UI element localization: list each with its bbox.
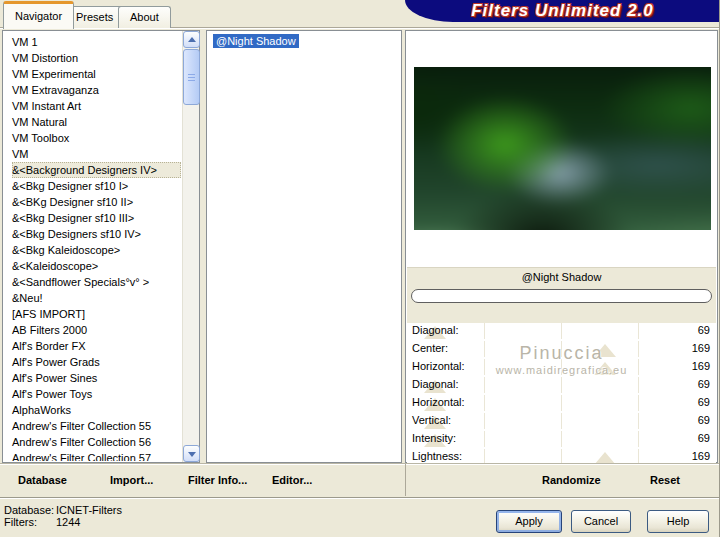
- parameter-value: 69: [698, 378, 710, 390]
- parameter-label: Horizontal:: [412, 396, 465, 408]
- slider-thumb[interactable]: [594, 362, 616, 375]
- parameter-row[interactable]: Diagonal:69: [407, 377, 716, 393]
- parameter-label: Diagonal:: [412, 378, 458, 390]
- category-item[interactable]: AlphaWorks: [12, 402, 181, 418]
- import-button[interactable]: Import...: [110, 474, 153, 486]
- category-item[interactable]: &<Bkg Designer sf10 I>: [12, 178, 181, 194]
- parameter-label: Intensity:: [412, 432, 456, 444]
- category-item[interactable]: VM Extravaganza: [12, 82, 181, 98]
- category-item[interactable]: Alf's Border FX: [12, 338, 181, 354]
- command-bar-divider: [405, 464, 406, 496]
- scrollbar-thumb[interactable]: [183, 49, 200, 105]
- status-database: Database:ICNET-Filters: [4, 504, 122, 516]
- slider-thumb[interactable]: [594, 344, 616, 357]
- category-item[interactable]: VM: [12, 146, 181, 162]
- status-filters-value: 1244: [56, 516, 80, 528]
- selected-filter-name: @Night Shadow: [407, 271, 716, 283]
- reset-button[interactable]: Reset: [650, 474, 680, 486]
- parameter-value: 169: [692, 450, 710, 462]
- parameter-row[interactable]: Intensity:69: [407, 431, 716, 447]
- category-item[interactable]: VM Toolbox: [12, 130, 181, 146]
- parameter-value: 69: [698, 324, 710, 336]
- scroll-up-button[interactable]: [183, 31, 200, 48]
- preview-progress-bar: [411, 289, 712, 303]
- category-scrollbar[interactable]: [182, 31, 199, 462]
- status-filters-label: Filters:: [4, 516, 56, 528]
- category-item[interactable]: VM Distortion: [12, 50, 181, 66]
- filter-list[interactable]: @Night Shadow: [206, 30, 402, 463]
- category-item[interactable]: Alf's Power Toys: [12, 386, 181, 402]
- help-button[interactable]: Help: [647, 510, 709, 533]
- apply-button[interactable]: Apply: [496, 510, 562, 533]
- category-item[interactable]: VM 1: [12, 34, 181, 50]
- parameter-label: Horizontal:: [412, 360, 465, 372]
- category-item[interactable]: &<Bkg Designers sf10 IV>: [12, 226, 181, 242]
- editor-button[interactable]: Editor...: [272, 474, 312, 486]
- parameter-row[interactable]: Horizontal:69: [407, 395, 716, 411]
- category-item[interactable]: Alf's Power Sines: [12, 370, 181, 386]
- parameter-row[interactable]: Horizontal:169: [407, 359, 716, 375]
- parameter-value: 169: [692, 360, 710, 372]
- category-item[interactable]: VM Natural: [12, 114, 181, 130]
- category-item[interactable]: &<Background Designers IV>: [12, 162, 181, 178]
- filter-info-button[interactable]: Filter Info...: [188, 474, 247, 486]
- randomize-button[interactable]: Randomize: [542, 474, 601, 486]
- arrow-up-icon: [188, 37, 196, 42]
- filters-unlimited-window: Navigator Presets About Filters Unlimite…: [0, 0, 720, 537]
- category-item[interactable]: &<BKg Designer sf10 II>: [12, 194, 181, 210]
- parameter-row[interactable]: Vertical:69: [407, 413, 716, 429]
- category-item[interactable]: VM Instant Art: [12, 98, 181, 114]
- status-database-label: Database:: [4, 504, 56, 516]
- parameter-label: Vertical:: [412, 414, 451, 426]
- cancel-button[interactable]: Cancel: [571, 510, 631, 533]
- parameter-row[interactable]: Center:169: [407, 341, 716, 357]
- category-item[interactable]: &<Kaleidoscope>: [12, 258, 181, 274]
- category-item[interactable]: [AFS IMPORT]: [12, 306, 181, 322]
- scroll-down-button[interactable]: [183, 445, 200, 462]
- command-bar: Database Import... Filter Info... Editor…: [0, 463, 720, 497]
- category-item[interactable]: Andrew's Filter Collection 57: [12, 450, 181, 461]
- parameter-row[interactable]: Diagonal:69: [407, 323, 716, 339]
- category-item[interactable]: VM Experimental: [12, 66, 181, 82]
- parameter-label: Diagonal:: [412, 324, 458, 336]
- app-title: Filters Unlimited 2.0: [471, 1, 654, 21]
- filter-header: @Night Shadow: [407, 267, 716, 324]
- category-item[interactable]: &<Sandflower Specials°v° >: [12, 274, 181, 290]
- status-database-value: ICNET-Filters: [56, 504, 122, 516]
- tab-about[interactable]: About: [118, 6, 171, 28]
- parameter-label: Center:: [412, 342, 448, 354]
- category-item[interactable]: Andrew's Filter Collection 56: [12, 434, 181, 450]
- parameter-value: 69: [698, 414, 710, 426]
- preview-image[interactable]: [414, 67, 711, 230]
- category-items: VM 1VM DistortionVM ExperimentalVM Extra…: [4, 32, 181, 461]
- arrow-down-icon: [188, 452, 196, 457]
- tab-navigator[interactable]: Navigator: [3, 1, 74, 29]
- parameter-sliders: Diagonal:69Center:169Horizontal:169Diago…: [407, 323, 716, 467]
- status-filters: Filters:1244: [4, 516, 80, 528]
- app-title-banner: Filters Unlimited 2.0: [405, 0, 720, 22]
- category-item[interactable]: &<Bkg Kaleidoscope>: [12, 242, 181, 258]
- category-item[interactable]: &Neu!: [12, 290, 181, 306]
- filter-list-item-selected[interactable]: @Night Shadow: [213, 34, 299, 48]
- category-item[interactable]: AB Filters 2000: [12, 322, 181, 338]
- database-button[interactable]: Database: [18, 474, 67, 486]
- preview-panel: @Night Shadow Diagonal:69Center:169Horiz…: [405, 30, 718, 463]
- category-item[interactable]: Andrew's Filter Collection 55: [12, 418, 181, 434]
- category-item[interactable]: &<Bkg Designer sf10 III>: [12, 210, 181, 226]
- parameter-value: 69: [698, 396, 710, 408]
- category-item[interactable]: Alf's Power Grads: [12, 354, 181, 370]
- parameter-value: 69: [698, 432, 710, 444]
- status-bar: Database:ICNET-Filters Filters:1244 Appl…: [0, 497, 720, 537]
- parameter-label: Lightness:: [412, 450, 462, 462]
- parameter-value: 169: [692, 342, 710, 354]
- category-list: VM 1VM DistortionVM ExperimentalVM Extra…: [2, 30, 200, 463]
- preview-image-content: [414, 67, 711, 230]
